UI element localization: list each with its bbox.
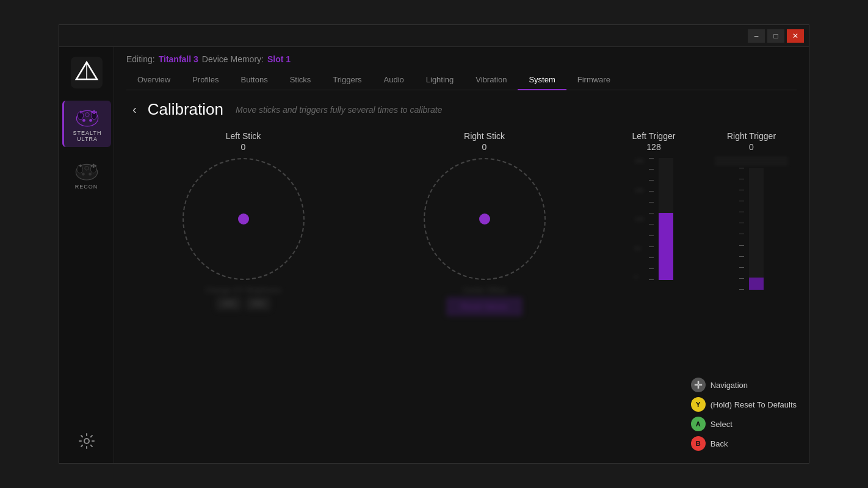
right-trigger-fill <box>749 278 764 290</box>
left-trigger-section: Left Trigger 128 255 192 128 64 0 <box>611 131 696 316</box>
svg-point-24 <box>92 164 94 166</box>
left-trigger-bar <box>659 158 673 280</box>
right-trigger-title: Right Trigger <box>727 131 776 141</box>
tab-triggers[interactable]: Triggers <box>322 70 372 90</box>
right-trigger-bar <box>749 168 764 290</box>
left-stick-section: Left Stick 0 Change X/Y Brightness 445 4… <box>129 131 358 316</box>
left-trigger-fill <box>659 213 673 280</box>
tab-buttons[interactable]: Buttons <box>230 70 279 90</box>
tab-vibration[interactable]: Vibration <box>465 70 518 90</box>
minimize-button[interactable]: – <box>748 29 765 43</box>
tab-overview[interactable]: Overview <box>126 70 181 90</box>
right-stick-title: Right Stick <box>464 131 505 141</box>
left-stick-dot <box>238 214 249 224</box>
left-stick-display <box>183 158 305 280</box>
svg-point-13 <box>93 112 95 114</box>
editing-line: Editing: Titanfall 3 Device Memory: Slot… <box>126 54 797 64</box>
left-stick-value: 0 <box>241 142 246 152</box>
sidebar-item-recon[interactable]: RECON <box>62 154 111 195</box>
right-trigger-display <box>715 158 788 292</box>
hint-back: B Back <box>691 436 797 451</box>
main-layout: STEALTH ULTRA RECON <box>59 47 809 463</box>
hint-navigation: ✛ Navigation <box>691 378 797 392</box>
svg-point-12 <box>93 110 95 112</box>
left-stick-title: Left Stick <box>226 131 261 141</box>
settings-button[interactable] <box>74 429 99 453</box>
device-label: Device Memory: <box>202 54 264 64</box>
svg-point-18 <box>82 173 85 176</box>
right-stick-value: 0 <box>482 142 487 152</box>
titlebar: – □ ✕ <box>59 25 809 47</box>
tab-firmware[interactable]: Firmware <box>566 70 621 90</box>
svg-point-23 <box>90 165 92 167</box>
hint-select: A Select <box>691 417 797 431</box>
left-trigger-title: Left Trigger <box>632 131 676 141</box>
content-area: Editing: Titanfall 3 Device Memory: Slot… <box>114 47 809 463</box>
device-value: Slot 1 <box>267 54 291 64</box>
right-trigger-value: 0 <box>749 142 754 152</box>
svg-rect-10 <box>81 110 82 113</box>
svg-rect-22 <box>79 164 81 167</box>
right-stick-dot <box>479 214 490 224</box>
right-trigger-ticks <box>739 168 744 290</box>
hint-panel: ✛ Navigation Y (Hold) Reset To Defaults … <box>691 378 797 451</box>
b-button-icon: B <box>691 436 706 451</box>
main-window: – □ ✕ <box>59 24 809 464</box>
close-button[interactable]: ✕ <box>787 29 804 43</box>
recon-label: RECON <box>75 184 98 190</box>
navigation-hint-text: Navigation <box>711 381 748 390</box>
back-button[interactable]: ‹ <box>129 101 140 118</box>
svg-point-8 <box>85 113 89 117</box>
right-trigger-scale <box>739 168 764 290</box>
y-button-icon: Y <box>691 397 706 412</box>
tab-sticks[interactable]: Sticks <box>279 70 322 90</box>
sidebar-item-stealth-ultra[interactable]: STEALTH ULTRA <box>62 101 111 147</box>
right-stick-section: Right Stick 0 Center Offset Reset Values <box>370 131 599 316</box>
svg-point-14 <box>95 111 97 113</box>
a-button-icon: A <box>691 417 706 431</box>
back-hint-text: Back <box>711 439 728 448</box>
tab-profiles[interactable]: Profiles <box>181 70 230 90</box>
svg-point-27 <box>84 439 89 443</box>
left-trigger-value: 128 <box>646 142 660 152</box>
header: Editing: Titanfall 3 Device Memory: Slot… <box>114 47 809 90</box>
left-trigger-scale: 255 192 128 64 0 <box>634 158 673 280</box>
page-title: Calibration <box>148 100 223 119</box>
svg-point-6 <box>82 119 85 122</box>
page-body: ‹ Calibration Move sticks and triggers f… <box>114 90 809 463</box>
page-header: ‹ Calibration Move sticks and triggers f… <box>129 100 794 119</box>
tab-system[interactable]: System <box>518 70 566 90</box>
editing-value: Titanfall 3 <box>159 54 198 64</box>
calibration-grid: Left Stick 0 Change X/Y Brightness 445 4… <box>129 131 794 316</box>
select-hint-text: Select <box>711 420 732 429</box>
right-stick-display <box>424 158 546 280</box>
logo <box>71 57 103 88</box>
sidebar: STEALTH ULTRA RECON <box>59 47 114 463</box>
hint-reset: Y (Hold) Reset To Defaults <box>691 397 797 412</box>
maximize-button[interactable]: □ <box>767 29 784 43</box>
reset-hint-text: (Hold) Reset To Defaults <box>711 400 797 409</box>
svg-point-26 <box>94 165 96 167</box>
svg-point-7 <box>89 119 92 122</box>
stealth-ultra-label: STEALTH ULTRA <box>69 130 106 142</box>
tab-audio[interactable]: Audio <box>373 70 415 90</box>
page-hint: Move sticks and triggers fully several t… <box>236 105 442 115</box>
svg-point-11 <box>91 111 93 113</box>
left-trigger-display: 255 192 128 64 0 <box>634 158 673 292</box>
svg-point-19 <box>89 173 92 176</box>
nav-tabs: Overview Profiles Buttons Sticks Trigger… <box>126 70 797 90</box>
dpad-icon: ✛ <box>691 378 706 392</box>
left-trigger-ticks <box>649 158 654 280</box>
editing-label: Editing: <box>126 54 155 64</box>
right-trigger-section: Right Trigger 0 <box>709 131 794 316</box>
tab-lighting[interactable]: Lighting <box>415 70 465 90</box>
svg-point-20 <box>84 167 88 170</box>
svg-point-25 <box>92 166 94 168</box>
